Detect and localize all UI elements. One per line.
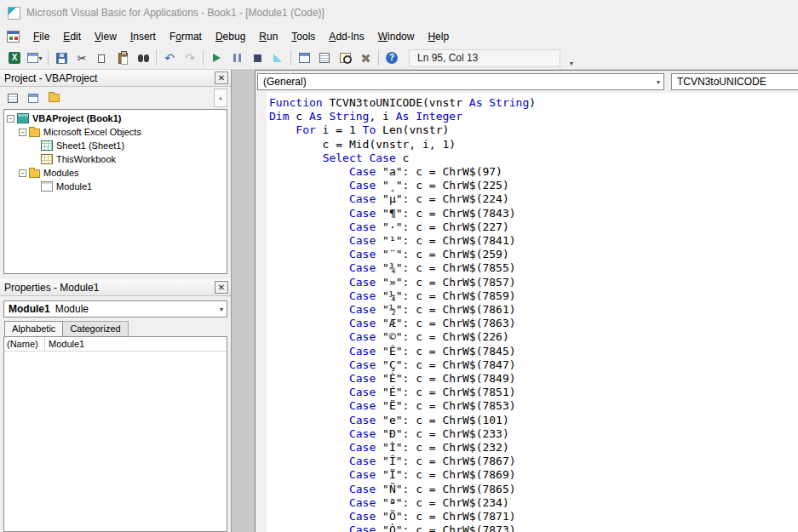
properties-tabs: AlphabeticCategorized (0, 321, 231, 336)
code-line: Case "Ê": c = ChrW$(7845) (269, 345, 536, 358)
properties-panel-title: Properties - Module1 (4, 282, 215, 294)
properties-window-button[interactable] (314, 49, 335, 67)
expander-icon[interactable]: - (19, 169, 26, 177)
toolbar-separator (48, 50, 49, 66)
tree-item-label: VBAProject (Book1) (32, 113, 122, 123)
code-line: Case "½": c = ChrW$(7861) (269, 303, 536, 317)
menu-view[interactable]: View (88, 28, 123, 45)
code-line: Case "Ñ": c = ChrW$(7865) (269, 483, 536, 496)
tree-item-module1[interactable]: Module1 (4, 180, 227, 193)
menu-debug[interactable]: Debug (209, 28, 252, 45)
toolbox-button[interactable] (355, 49, 376, 67)
object-dropdown[interactable]: (General) ▾ (257, 73, 664, 90)
code-line: Case "¸": c = ChrW$(225) (269, 179, 536, 192)
properties-icon (319, 53, 330, 63)
view-code-icon (8, 94, 18, 103)
view-code-button[interactable] (3, 89, 22, 106)
menu-insert[interactable]: Insert (123, 28, 163, 45)
code-line: Case "e": c = ChrW$(101) (269, 414, 536, 427)
find-button[interactable] (133, 49, 153, 67)
design-mode-button[interactable] (267, 49, 288, 67)
stop-icon (254, 54, 261, 62)
menu-window[interactable]: Window (371, 28, 422, 45)
object-browser-button[interactable] (335, 49, 355, 67)
code-lines: Function TCVN3toUNICODE(vnstr As String)… (267, 93, 536, 532)
object-select-combo[interactable]: Module1 Module ▾ (3, 300, 227, 317)
window-title: Microsoft Visual Basic for Applications … (26, 7, 324, 19)
project-panel-toolbar: ▴ (0, 87, 231, 109)
toolbar-separator (156, 50, 157, 66)
code-line: Case "É": c = ChrW$(7851) (269, 386, 536, 399)
toggle-folders-button[interactable] (44, 89, 63, 106)
procedure-dropdown[interactable]: TCVN3toUNICODE (671, 73, 798, 90)
chevron-down-icon: ▾ (657, 74, 660, 89)
view-object-button[interactable] (24, 89, 43, 106)
menu-file[interactable]: File (26, 28, 56, 45)
clipboard-icon (118, 53, 128, 64)
undo-button[interactable]: ↶ (159, 49, 180, 67)
code-line: Dim c As String, i As Integer (269, 110, 536, 123)
code-line: Case "È": c = ChrW$(7849) (269, 372, 536, 386)
tab-alphabetic[interactable]: Alphabetic (4, 321, 63, 336)
menu-edit[interactable]: Edit (56, 28, 88, 45)
property-row[interactable]: (Name)Module1 (4, 337, 227, 352)
code-line: Case "µ": c = ChrW$(224) (269, 192, 536, 206)
standard-toolbar: X ▾ ✂ ↶ ↷ ? Ln 95, Col 13 ▾ (0, 47, 798, 70)
copy-button[interactable] (92, 49, 112, 67)
tree-item-microsoft-excel-objects[interactable]: -Microsoft Excel Objects (4, 125, 227, 139)
code-window: (General) ▾ TCVN3toUNICODE Function TCVN… (255, 70, 798, 532)
tree-item-modules[interactable]: -Modules (4, 166, 227, 180)
menu-run[interactable]: Run (252, 28, 284, 45)
tree-item-sheet1-sheet1-[interactable]: Sheet1 (Sheet1) (4, 139, 227, 152)
property-value[interactable]: Module1 (45, 337, 227, 351)
view-microsoft-excel-button[interactable]: X (4, 49, 25, 67)
cut-button[interactable]: ✂ (72, 49, 92, 67)
tree-item-label: ThisWorkbook (56, 154, 116, 164)
project-explorer-button[interactable] (294, 49, 314, 67)
run-sub-button[interactable] (206, 49, 227, 67)
project-panel-title: Project - VBAProject (4, 72, 215, 84)
tab-categorized[interactable]: Categorized (62, 321, 128, 336)
object-browser-icon (340, 53, 351, 63)
code-window-icon[interactable] (7, 31, 20, 43)
redo-button[interactable]: ↷ (180, 49, 200, 67)
properties-close-button[interactable]: ✕ (215, 281, 228, 294)
menu-help[interactable]: Help (421, 28, 456, 45)
menu-format[interactable]: Format (163, 28, 209, 45)
reset-button[interactable] (247, 49, 267, 67)
insert-userform-button[interactable]: ▾ (25, 49, 45, 67)
help-button[interactable]: ? (382, 49, 402, 67)
save-icon (56, 53, 67, 64)
save-button[interactable] (51, 49, 72, 67)
code-line: Select Case c (269, 152, 536, 165)
code-editor[interactable]: Function TCVN3toUNICODE(vnstr As String)… (255, 93, 798, 532)
code-line: Case "Î": c = ChrW$(7867) (269, 455, 536, 468)
code-combo-bar: (General) ▾ TCVN3toUNICODE (255, 71, 798, 93)
tree-scroll-up-button[interactable]: ▴ (214, 89, 227, 107)
expander-icon[interactable]: - (7, 115, 14, 123)
toolbar-separator (378, 50, 379, 66)
menu-add-ins[interactable]: Add-Ins (322, 28, 370, 45)
help-icon: ? (386, 52, 398, 64)
break-button[interactable] (227, 49, 247, 67)
code-line: Case "·": c = ChrW$(227) (269, 220, 536, 234)
code-line: Case "Ð": c = ChrW$(233) (269, 427, 536, 441)
margin-indicator-bar[interactable] (255, 93, 267, 532)
project-close-button[interactable]: ✕ (215, 72, 228, 84)
tree-item-thisworkbook[interactable]: ThisWorkbook (4, 152, 227, 166)
folder-icon (29, 169, 40, 178)
code-line: c = Mid(vnstr, i, 1) (269, 138, 536, 152)
toolbar-options-button[interactable]: ▾ (565, 49, 577, 67)
module-icon (41, 181, 53, 192)
project-explorer-panel: Project - VBAProject ✕ ▴ -VBAProject (Bo… (0, 70, 231, 279)
project-explorer-icon (299, 53, 310, 63)
expander-icon[interactable]: - (19, 129, 26, 136)
tree-item-vbaproject-book1-[interactable]: -VBAProject (Book1) (4, 112, 227, 125)
view-object-icon (28, 94, 38, 103)
redo-icon: ↷ (185, 52, 195, 64)
workbook-icon (41, 154, 53, 164)
vba-app-icon (8, 7, 20, 20)
menu-tools[interactable]: Tools (284, 28, 322, 45)
paste-button[interactable] (112, 49, 133, 67)
sheet-icon (41, 140, 53, 151)
